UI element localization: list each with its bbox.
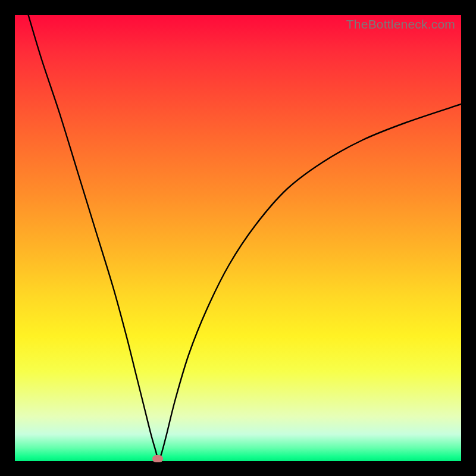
optimal-marker [152, 455, 163, 462]
bottleneck-curve [15, 15, 461, 461]
curve-path [29, 15, 462, 458]
chart-frame: TheBottleneck.com [0, 0, 476, 476]
plot-area: TheBottleneck.com [15, 15, 461, 461]
